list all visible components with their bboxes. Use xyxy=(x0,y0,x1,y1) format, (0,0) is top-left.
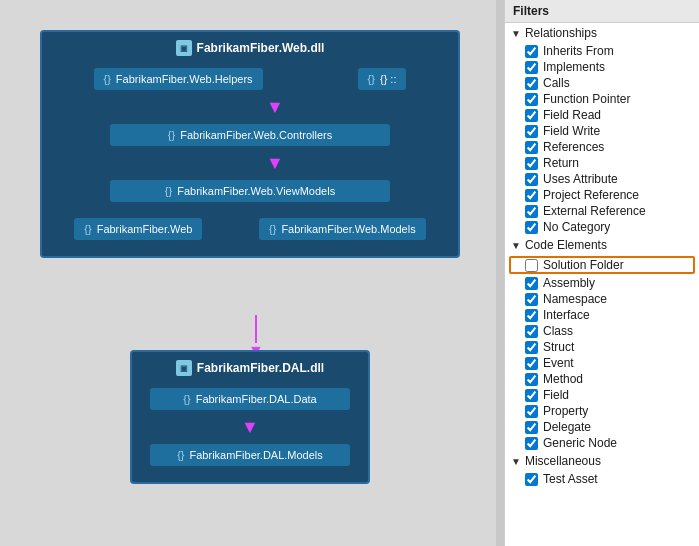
filters-header: Filters xyxy=(505,0,699,23)
filter-function-pointer[interactable]: Function Pointer xyxy=(505,91,699,107)
filter-assembly[interactable]: Assembly xyxy=(505,275,699,291)
code-elements-label: Code Elements xyxy=(525,238,607,252)
delegate-label: Delegate xyxy=(543,420,591,434)
filter-field-read[interactable]: Field Read xyxy=(505,107,699,123)
ns-icon: {} xyxy=(183,393,190,405)
field-checkbox[interactable] xyxy=(525,389,538,402)
function-pointer-label: Function Pointer xyxy=(543,92,630,106)
ns-icon: {} xyxy=(165,185,172,197)
class-label: Class xyxy=(543,324,573,338)
external-reference-checkbox[interactable] xyxy=(525,205,538,218)
property-checkbox[interactable] xyxy=(525,405,538,418)
implements-checkbox[interactable] xyxy=(525,61,538,74)
project-reference-checkbox[interactable] xyxy=(525,189,538,202)
filter-inherits-from[interactable]: Inherits From xyxy=(505,43,699,59)
filter-uses-attribute[interactable]: Uses Attribute xyxy=(505,171,699,187)
dll-icon: ▣ xyxy=(176,360,192,376)
filter-method[interactable]: Method xyxy=(505,371,699,387)
field-read-checkbox[interactable] xyxy=(525,109,538,122)
uses-attribute-label: Uses Attribute xyxy=(543,172,618,186)
method-checkbox[interactable] xyxy=(525,373,538,386)
field-label: Field xyxy=(543,388,569,402)
miscellaneous-section-header[interactable]: ▼ Miscellaneous xyxy=(505,451,699,471)
interface-checkbox[interactable] xyxy=(525,309,538,322)
filter-solution-folder[interactable]: Solution Folder xyxy=(509,256,695,274)
calls-checkbox[interactable] xyxy=(525,77,538,90)
no-category-checkbox[interactable] xyxy=(525,221,538,234)
calls-label: Calls xyxy=(543,76,570,90)
relationships-label: Relationships xyxy=(525,26,597,40)
implements-label: Implements xyxy=(543,60,605,74)
ns-web-models[interactable]: {} FabrikamFiber.Web.Models xyxy=(259,218,426,240)
dll-icon: ▣ xyxy=(176,40,192,56)
ns-dal-data[interactable]: {} FabrikamFiber.DAL.Data xyxy=(150,388,350,410)
ns-icon: {} xyxy=(168,129,175,141)
struct-checkbox[interactable] xyxy=(525,341,538,354)
code-elements-arrow: ▼ xyxy=(511,240,521,251)
dal-dll-title: ▣ FabrikamFiber.DAL.dll xyxy=(140,360,360,376)
ns-web-controllers[interactable]: {} FabrikamFiber.Web.Controllers xyxy=(110,124,390,146)
ns-icon: {} xyxy=(104,73,111,85)
miscellaneous-label: Miscellaneous xyxy=(525,454,601,468)
diagram-scrollbar[interactable] xyxy=(496,0,504,546)
ns-icon: {} xyxy=(368,73,375,85)
namespace-label: Namespace xyxy=(543,292,607,306)
assembly-label: Assembly xyxy=(543,276,595,290)
web-dll-title: ▣ FabrikamFiber.Web.dll xyxy=(50,40,450,56)
ns-icon: {} xyxy=(269,223,276,235)
struct-label: Struct xyxy=(543,340,574,354)
generic-node-label: Generic Node xyxy=(543,436,617,450)
solution-folder-checkbox[interactable] xyxy=(525,259,538,272)
uses-attribute-checkbox[interactable] xyxy=(525,173,538,186)
filter-project-reference[interactable]: Project Reference xyxy=(505,187,699,203)
filter-references[interactable]: References xyxy=(505,139,699,155)
filter-field[interactable]: Field xyxy=(505,387,699,403)
class-checkbox[interactable] xyxy=(525,325,538,338)
ns-web-helpers[interactable]: {} FabrikamFiber.Web.Helpers xyxy=(94,68,263,90)
filter-test-asset[interactable]: Test Asset xyxy=(505,471,699,487)
filter-no-category[interactable]: No Category xyxy=(505,219,699,235)
assembly-checkbox[interactable] xyxy=(525,277,538,290)
inherits-from-checkbox[interactable] xyxy=(525,45,538,58)
ns-web-shorthand[interactable]: {} {} :: xyxy=(358,68,407,90)
dal-dll-box: ▣ FabrikamFiber.DAL.dll {} FabrikamFiber… xyxy=(130,350,370,484)
miscellaneous-arrow: ▼ xyxy=(511,456,521,467)
filter-namespace[interactable]: Namespace xyxy=(505,291,699,307)
return-checkbox[interactable] xyxy=(525,157,538,170)
external-reference-label: External Reference xyxy=(543,204,646,218)
web-dll-box: ▣ FabrikamFiber.Web.dll {} FabrikamFiber… xyxy=(40,30,460,258)
property-label: Property xyxy=(543,404,588,418)
test-asset-label: Test Asset xyxy=(543,472,598,486)
filter-generic-node[interactable]: Generic Node xyxy=(505,435,699,451)
filter-field-write[interactable]: Field Write xyxy=(505,123,699,139)
generic-node-checkbox[interactable] xyxy=(525,437,538,450)
function-pointer-checkbox[interactable] xyxy=(525,93,538,106)
event-label: Event xyxy=(543,356,574,370)
filter-class[interactable]: Class xyxy=(505,323,699,339)
references-checkbox[interactable] xyxy=(525,141,538,154)
ns-dal-models[interactable]: {} FabrikamFiber.DAL.Models xyxy=(150,444,350,466)
relationships-section-header[interactable]: ▼ Relationships xyxy=(505,23,699,43)
delegate-checkbox[interactable] xyxy=(525,421,538,434)
filter-implements[interactable]: Implements xyxy=(505,59,699,75)
filter-interface[interactable]: Interface xyxy=(505,307,699,323)
relationships-arrow: ▼ xyxy=(511,28,521,39)
references-label: References xyxy=(543,140,604,154)
namespace-checkbox[interactable] xyxy=(525,293,538,306)
event-checkbox[interactable] xyxy=(525,357,538,370)
filter-calls[interactable]: Calls xyxy=(505,75,699,91)
inherits-from-label: Inherits From xyxy=(543,44,614,58)
ns-icon: {} xyxy=(84,223,91,235)
filter-external-reference[interactable]: External Reference xyxy=(505,203,699,219)
code-elements-section-header[interactable]: ▼ Code Elements xyxy=(505,235,699,255)
ns-icon: {} xyxy=(177,449,184,461)
filter-property[interactable]: Property xyxy=(505,403,699,419)
filter-event[interactable]: Event xyxy=(505,355,699,371)
ns-web[interactable]: {} FabrikamFiber.Web xyxy=(74,218,202,240)
filter-delegate[interactable]: Delegate xyxy=(505,419,699,435)
filter-return[interactable]: Return xyxy=(505,155,699,171)
filter-struct[interactable]: Struct xyxy=(505,339,699,355)
field-write-checkbox[interactable] xyxy=(525,125,538,138)
ns-web-viewmodels[interactable]: {} FabrikamFiber.Web.ViewModels xyxy=(110,180,390,202)
test-asset-checkbox[interactable] xyxy=(525,473,538,486)
